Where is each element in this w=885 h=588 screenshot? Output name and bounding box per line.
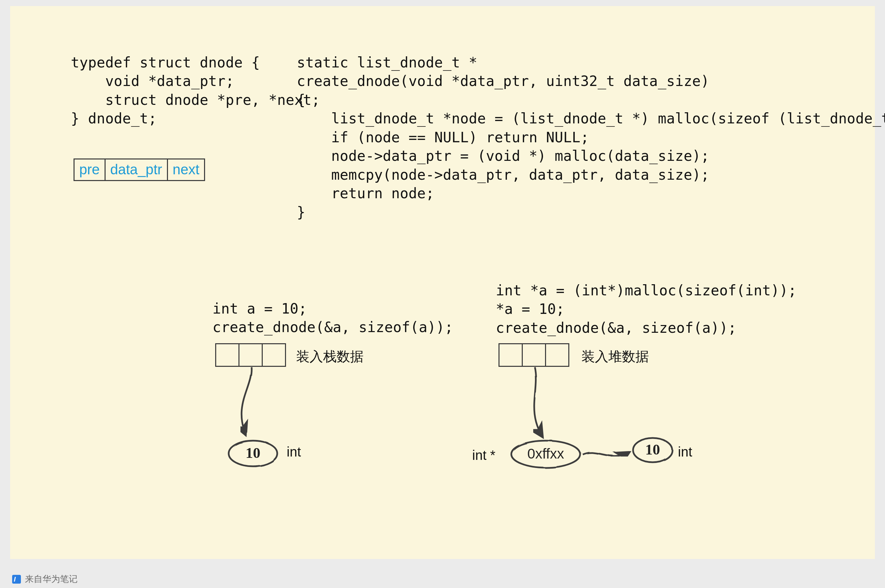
- stack-value: 10: [245, 444, 260, 462]
- struct-field-pre: pre: [75, 159, 105, 180]
- stack-node-box: [215, 343, 286, 367]
- stack-value-type: int: [287, 444, 301, 459]
- struct-field-next: next: [168, 159, 204, 180]
- struct-definition-code: typedef struct dnode { void *data_ptr; s…: [71, 53, 320, 128]
- heap-addr-type: int *: [472, 448, 496, 463]
- heap-addr-ellipse: 0xffxx: [509, 438, 583, 470]
- stack-value-ellipse: 10: [226, 438, 280, 469]
- heap-pointer-arrow-2: [580, 444, 637, 465]
- footer-attribution: 来自华为笔记: [12, 573, 78, 585]
- struct-field-box: pre data_ptr next: [74, 159, 205, 181]
- heap-value-ellipse: 10: [631, 436, 675, 465]
- heap-addr-value: 0xffxx: [527, 446, 564, 462]
- stack-label: 装入栈数据: [296, 347, 364, 366]
- huawei-notes-icon: [12, 575, 21, 584]
- stack-example-code: int a = 10; create_dnode(&a, sizeof(a));: [212, 299, 453, 337]
- footer-text: 来自华为笔记: [25, 573, 78, 585]
- heap-label: 装入堆数据: [581, 347, 649, 366]
- heap-value: 10: [645, 441, 660, 458]
- heap-node-box: [499, 343, 569, 367]
- create-dnode-code: static list_dnode_t * create_dnode(void …: [297, 53, 885, 222]
- heap-value-type: int: [678, 444, 692, 459]
- note-canvas: typedef struct dnode { void *data_ptr; s…: [10, 6, 875, 559]
- heap-example-code: int *a = (int*)malloc(sizeof(int)); *a =…: [496, 281, 796, 337]
- struct-field-dataptr: data_ptr: [105, 159, 168, 180]
